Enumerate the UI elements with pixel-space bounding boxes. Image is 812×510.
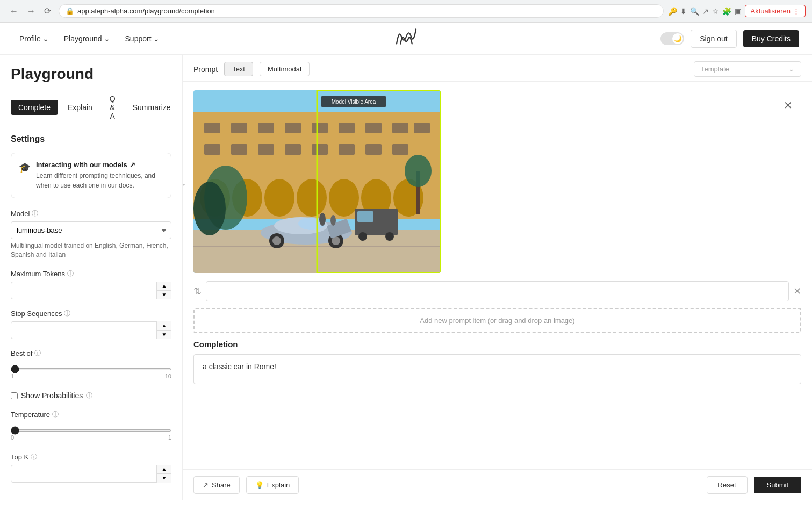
model-description: Multilingual model trained on English, G… [11,241,171,260]
model-select[interactable]: luminous-baseluminous-extendedluminous-s… [11,221,171,239]
svg-point-34 [272,236,281,245]
back-button[interactable]: ← [6,5,21,17]
lock-icon: 🔒 [66,7,74,15]
url-bar[interactable]: 🔒 app.aleph-alpha.com/playground/complet… [59,4,664,18]
svg-point-43 [330,215,336,226]
support-nav-item[interactable]: Support ⌄ [119,30,166,47]
graduation-icon: 🎓 [19,162,31,174]
svg-rect-14 [285,144,301,155]
top-k-input-wrap: 0 ▲ ▼ [11,465,171,483]
stop-sequences-input[interactable] [11,321,171,339]
browser-actions: 🔑 ⬇ 🔍 ↗ ☆ 🧩 ▣ Aktualisieren ⋮ [668,5,806,17]
header-right: 🌙 Sign out Buy Credits [660,30,799,48]
sign-out-button[interactable]: Sign out [691,30,736,48]
show-prob-info-icon: ⓘ [86,391,92,400]
stop-sequences-input-wrap: ▲ ▼ [11,321,171,339]
top-k-increment[interactable]: ▲ [157,465,171,474]
share-button[interactable]: ↗ Share [193,476,240,494]
stop-seq-decrement[interactable]: ▼ [157,331,171,339]
close-text-button[interactable]: ✕ [793,285,801,297]
explain-button[interactable]: 💡 Explain [246,476,299,494]
share-label: Share [212,481,231,489]
max-tokens-field-group: Maximum Tokens ⓘ 64 ▲ ▼ [11,269,171,299]
key-icon[interactable]: 🔑 [668,7,677,16]
temperature-max: 1 [168,434,171,441]
stop-sequences-field-group: Stop Sequences ⓘ ▲ ▼ [11,309,171,339]
info-card-content: Interacting with our models ↗ Learn diff… [36,161,163,190]
svg-rect-10 [414,123,430,133]
add-prompt-area[interactable]: Add new prompt item (or drag and drop an… [193,308,801,333]
playground-nav-item[interactable]: Playground ⌄ [58,30,117,47]
completion-title: Completion [193,340,801,349]
model-info-icon: ⓘ [32,209,38,218]
buy-credits-button[interactable]: Buy Credits [743,30,799,47]
svg-rect-18 [392,144,408,155]
max-tokens-info-icon: ⓘ [67,269,74,278]
svg-rect-8 [365,123,382,133]
temperature-slider[interactable] [11,429,171,432]
info-card-text: Learn different prompting techniques, an… [36,171,163,190]
svg-rect-6 [312,123,328,133]
prompt-header: Prompt Text Multimodal Template ⌄ [183,55,812,82]
top-k-spinners: ▲ ▼ [156,465,171,483]
sort-handle-icon[interactable]: ⇅ [183,177,185,189]
profile-nav-item[interactable]: Profile ⌄ [13,30,55,47]
download-icon[interactable]: ⬇ [680,7,687,16]
lightbulb-icon: 💡 [255,481,264,489]
top-k-decrement[interactable]: ▼ [157,474,171,483]
close-image-button[interactable]: ✕ [784,99,793,112]
tab-summarize[interactable]: Summarize [125,100,178,115]
max-tokens-decrement[interactable]: ▼ [157,291,171,299]
max-tokens-input[interactable]: 64 [11,282,171,299]
show-probabilities-checkbox[interactable] [11,392,18,399]
reset-button[interactable]: Reset [707,476,748,494]
page-title: Playground [11,66,171,83]
prompt-tab-multimodal[interactable]: Multimodal [260,62,310,76]
tab-explain[interactable]: Explain [60,100,100,115]
svg-rect-39 [357,211,373,222]
template-dropdown[interactable]: Template ⌄ [694,61,801,77]
completion-section: Completion a classic car in Rome! [183,340,812,395]
bookmark-icon[interactable]: ☆ [712,7,719,16]
reload-button[interactable]: ⟳ [41,5,54,17]
temperature-field-group: Temperature ⓘ 0 1 [11,410,171,443]
tab-qa[interactable]: Q & A [102,91,123,124]
completion-text: a classic car in Rome! [193,354,801,384]
max-tokens-label: Maximum Tokens [11,270,65,278]
svg-rect-15 [312,144,328,155]
temperature-info-icon: ⓘ [52,410,59,419]
text-prompt-input[interactable]: Ciao Mamma! Look: [206,281,789,301]
share-icon[interactable]: ↗ [702,7,709,16]
stop-seq-increment[interactable]: ▲ [157,321,171,331]
best-of-slider[interactable] [11,368,171,370]
extensions-icon[interactable]: 🧩 [722,7,731,16]
svg-rect-11 [204,144,220,155]
sidebar-icon[interactable]: ▣ [735,7,742,16]
show-probabilities-label: Show Probabilities [21,391,83,400]
svg-point-23 [329,179,359,217]
best-of-slider-wrap: 1 10 [11,361,171,382]
prompt-tab-text[interactable]: Text [224,62,253,76]
svg-point-21 [264,179,294,217]
right-content-area: Prompt Text Multimodal Template ⌄ ⇅ [183,55,812,500]
max-tokens-input-wrap: 64 ▲ ▼ [11,282,171,299]
text-prompt-sort-handle[interactable]: ⇅ [193,285,202,297]
forward-button[interactable]: → [24,5,39,17]
top-k-input[interactable]: 0 [11,465,171,483]
prompt-scroll-area[interactable]: ⇅ [183,82,812,469]
dark-mode-toggle[interactable]: 🌙 [660,32,684,45]
submit-button[interactable]: Submit [754,477,801,493]
temperature-slider-wrap: 0 1 [11,422,171,443]
share-icon: ↗ [203,481,209,489]
browser-nav-buttons: ← → ⟳ [6,5,54,17]
template-chevron-icon: ⌄ [788,65,794,73]
zoom-icon[interactable]: 🔍 [690,7,699,16]
update-button[interactable]: Aktualisieren ⋮ [745,5,806,17]
tab-complete[interactable]: Complete [11,100,58,115]
app-header: Profile ⌄ Playground ⌄ Support ⌄ 🌙 Sign … [0,23,812,55]
app-logo [392,27,421,50]
max-tokens-increment[interactable]: ▲ [157,282,171,291]
svg-rect-17 [365,144,382,155]
playground-chevron-icon: ⌄ [104,34,110,43]
best-of-field-group: Best of ⓘ 1 10 [11,349,171,382]
